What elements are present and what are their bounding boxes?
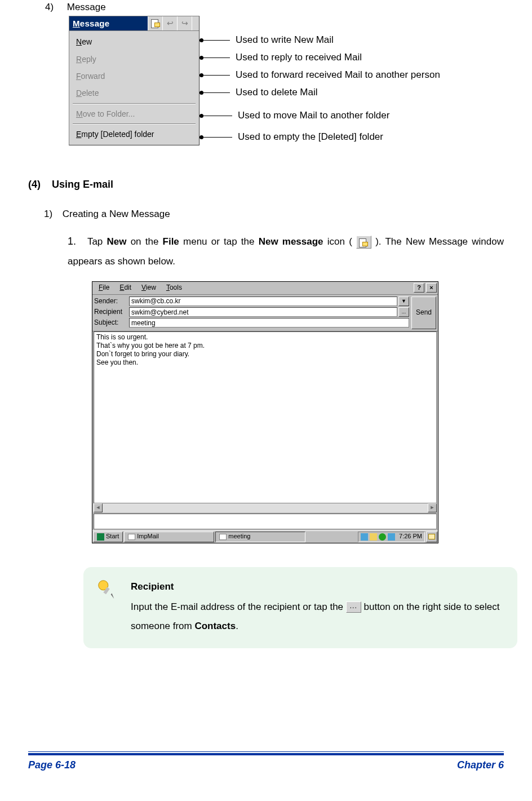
tray-icon-3[interactable]: [379, 533, 386, 541]
callout-move: Used to move Mail to another folder: [232, 109, 389, 123]
message-body[interactable]: This is so urgent. That`s why you got be…: [94, 331, 437, 503]
menu-item-new[interactable]: New: [70, 33, 198, 50]
tip-title: Recipient: [131, 577, 505, 596]
scroll-right-button[interactable]: ►: [428, 503, 437, 512]
recipient-input[interactable]: [129, 307, 397, 317]
menu-item-move-to-folder[interactable]: Move to Folder...: [70, 105, 198, 122]
close-button[interactable]: ×: [426, 283, 437, 293]
menu-edit[interactable]: Edit: [114, 282, 136, 293]
sub1-title: 1) Creating a New Message: [44, 207, 504, 222]
scroll-track[interactable]: [103, 503, 428, 512]
step-word-file: File: [163, 236, 179, 247]
section-4-number: 4): [45, 1, 64, 15]
menu-separator: [73, 123, 196, 125]
callout-new: Used to write New Mail: [230, 33, 334, 47]
recipient-contacts-button[interactable]: ...: [398, 307, 409, 317]
svg-marker-2: [111, 593, 114, 599]
meeting-icon: [219, 534, 227, 540]
toolbar-forward-icon[interactable]: ↪: [177, 16, 192, 30]
pushpin-icon: [96, 578, 117, 600]
sender-label: Sender:: [94, 296, 129, 306]
step-word-new: New: [107, 236, 126, 247]
toolbar-new-message-icon[interactable]: [148, 16, 162, 30]
menu-item-reply[interactable]: Reply: [70, 51, 198, 68]
toolbar-extra-icon[interactable]: [192, 16, 199, 30]
sub1-num: 1): [44, 207, 60, 222]
heading-using-email: (4) Using E-mail: [28, 177, 504, 192]
menu-tools[interactable]: Tools: [161, 282, 187, 293]
horizontal-scrollbar[interactable]: ◄ ►: [94, 503, 437, 512]
callout-line: [203, 40, 230, 41]
new-message-window: File Edit View Tools ? × Sender: ▼ Recip…: [92, 281, 438, 543]
menu-item-forward[interactable]: Forward: [70, 68, 198, 85]
tray-icon-1[interactable]: [361, 533, 368, 541]
scroll-left-button[interactable]: ◄: [94, 503, 103, 512]
section-4-title: 4) Message: [45, 1, 504, 15]
tip-text: Input the E-mail address of the recipien…: [131, 598, 505, 636]
heading-num: (4): [28, 179, 41, 190]
step-1: 1. Tap New on the File menu or tap the N…: [68, 231, 504, 272]
tip-contacts-word: Contacts: [194, 621, 236, 631]
callout-line: [203, 75, 230, 76]
help-button[interactable]: ?: [414, 283, 424, 293]
sender-dropdown-button[interactable]: ▼: [398, 296, 409, 306]
taskbar-clock: 7:26 PM: [397, 532, 422, 541]
step-word-newmessage: New message: [259, 236, 323, 247]
callout-line: [203, 92, 230, 93]
message-menu-title: Message: [69, 16, 148, 31]
show-desktop-button[interactable]: [426, 532, 437, 542]
callout-line: [203, 116, 232, 116]
tray-icon-2[interactable]: [370, 533, 377, 541]
menu-item-empty-deleted[interactable]: Empty [Deleted] folder: [70, 126, 198, 143]
menu-separator: [73, 103, 196, 104]
taskbar-app-impmail[interactable]: ImpMail: [124, 532, 214, 542]
callout-reply: Used to reply to received Mail: [230, 51, 362, 65]
menu-item-delete[interactable]: Delete: [70, 85, 198, 101]
footer-chapter: Chapter 6: [457, 758, 504, 772]
message-menu: Message ↩ ↪ New Reply Forward Delete Mov…: [69, 16, 200, 146]
taskbar-app-meeting[interactable]: meeting: [215, 532, 305, 542]
show-desktop-icon: [428, 534, 435, 539]
section-4-text: Message: [67, 2, 106, 12]
sub1-text: Creating a New Message: [63, 209, 170, 219]
start-button[interactable]: Start: [93, 532, 123, 542]
tray-icon-4[interactable]: [388, 533, 395, 541]
callout-delete: Used to delete Mail: [230, 86, 318, 100]
send-button[interactable]: Send: [411, 296, 436, 329]
tip-recipient: Recipient Input the E-mail address of th…: [83, 567, 517, 648]
footer-rule: [28, 753, 504, 755]
contacts-picker-button: ...: [346, 601, 361, 613]
callout-line: [203, 57, 230, 58]
step-1-num: 1.: [68, 231, 83, 252]
sender-input[interactable]: [129, 296, 397, 306]
new-message-icon: [356, 236, 371, 249]
callout-line: [203, 137, 232, 138]
heading-text: Using E-mail: [52, 179, 113, 190]
impmail-icon: [128, 534, 135, 540]
start-icon: [97, 533, 104, 541]
menu-view[interactable]: View: [136, 282, 161, 293]
menubar: File Edit View Tools ? ×: [92, 282, 438, 294]
footer-page: Page 6-18: [28, 758, 76, 772]
system-tray[interactable]: 7:26 PM: [358, 532, 425, 542]
subject-input[interactable]: [129, 318, 409, 328]
callout-empty: Used to empty the [Deleted] folder: [232, 130, 383, 144]
message-menu-title-rest: essage: [80, 19, 110, 28]
subject-label: Subject:: [94, 318, 129, 328]
recipient-label: Recipient: [94, 307, 129, 317]
menu-file[interactable]: File: [94, 282, 114, 293]
attachment-bar[interactable]: [94, 514, 437, 529]
taskbar: Start ImpMail meeting 7:26 PM: [92, 530, 438, 543]
toolbar-reply-icon[interactable]: ↩: [162, 16, 177, 30]
callout-forward: Used to forward received Mail to another…: [230, 68, 440, 82]
